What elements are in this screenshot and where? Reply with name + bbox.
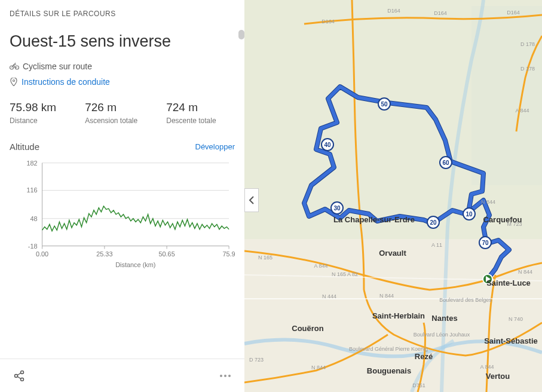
road-label: D164	[387, 8, 400, 14]
city-label: La Chapelle-sur-Erdre	[333, 215, 415, 224]
road-label: A 844	[480, 364, 494, 370]
svg-text:116: 116	[26, 186, 37, 194]
collapse-panel-button[interactable]	[244, 188, 259, 212]
stat-descent-label: Descente totale	[166, 117, 216, 125]
stat-distance: 75.98 km Distance	[10, 101, 56, 125]
road-label: A 844	[314, 263, 327, 269]
road-label: A 844	[515, 108, 529, 114]
svg-text:50.65: 50.65	[158, 250, 174, 258]
km-marker-40: 40	[321, 139, 333, 151]
svg-text:60: 60	[442, 160, 449, 166]
road-label: Boulevard des Belges	[439, 297, 492, 303]
road-label: N 165	[258, 255, 272, 261]
road-label: D 723	[249, 357, 264, 363]
km-marker-10: 10	[463, 208, 475, 220]
svg-point-25	[228, 375, 231, 377]
map[interactable]: 10203040506070 La Chapelle-sur-ErdreCarq…	[244, 0, 542, 392]
driving-instructions-link[interactable]: Instructions de conduite	[22, 77, 110, 87]
city-label: Saint-Herblain	[372, 311, 425, 320]
city-label: Bouguenais	[367, 366, 411, 375]
km-marker-60: 60	[440, 157, 452, 169]
city-label: Rezé	[415, 352, 433, 361]
road-label: N 740	[509, 316, 523, 322]
km-marker-30: 30	[331, 202, 343, 214]
stat-descent-value: 724 m	[166, 101, 216, 114]
road-label: Boulvard Léon Jouhaux	[414, 332, 470, 338]
svg-point-21	[15, 374, 18, 377]
road-label: N 165 A 82	[332, 271, 358, 277]
km-marker-20: 20	[427, 216, 439, 228]
svg-point-20	[21, 370, 24, 373]
road-label: D 178	[520, 66, 535, 72]
stats-row: 75.98 km Distance 726 m Ascension totale…	[10, 101, 235, 125]
svg-text:10: 10	[466, 211, 473, 218]
details-panel: DÉTAILS SUR LE PARCOURS Ouest-15 sens in…	[0, 0, 244, 392]
svg-text:0.00: 0.00	[36, 250, 48, 258]
route-title: Ouest-15 sens inverse	[10, 32, 235, 51]
road-label: D164	[507, 10, 520, 16]
stat-ascent-value: 726 m	[85, 101, 137, 114]
more-button[interactable]	[216, 366, 235, 385]
driving-instructions-row[interactable]: Instructions de conduite	[10, 77, 235, 87]
svg-text:182: 182	[26, 160, 37, 167]
expand-link[interactable]: Développer	[195, 142, 235, 151]
road-label: D164	[434, 10, 447, 16]
road-label: M 723	[507, 221, 522, 227]
road-label: D 178	[520, 41, 535, 47]
svg-text:70: 70	[482, 240, 489, 246]
city-label: Couëron	[292, 324, 324, 333]
svg-text:25.33: 25.33	[96, 250, 112, 258]
bike-icon	[10, 63, 19, 70]
panel-footer	[0, 359, 244, 392]
road-label: D751	[412, 382, 425, 388]
km-marker-50: 50	[378, 98, 390, 110]
road-label: N 844	[379, 293, 394, 299]
km-marker-70: 70	[479, 237, 491, 249]
city-label: Sainte-Luce	[486, 278, 531, 287]
svg-text:30: 30	[333, 205, 341, 212]
activity-type-label: Cyclisme sur route	[23, 62, 92, 71]
svg-text:20: 20	[430, 219, 437, 226]
city-label: Saint-Sébastie	[484, 336, 538, 345]
svg-text:40: 40	[324, 142, 331, 148]
activity-type-row: Cyclisme sur route	[10, 62, 235, 71]
svg-text:-18: -18	[28, 243, 38, 250]
altitude-chart[interactable]: -18481161820.0025.3350.6575.9Distance (k…	[10, 157, 235, 270]
stat-descent: 724 m Descente totale	[166, 101, 216, 125]
city-label: Nantes	[431, 314, 457, 323]
road-label: N 844	[518, 269, 532, 275]
road-label: A 11	[431, 242, 442, 248]
section-label: DÉTAILS SUR LE PARCOURS	[10, 10, 235, 18]
svg-text:50: 50	[381, 101, 388, 108]
city-label: Vertou	[486, 372, 510, 381]
svg-point-22	[21, 378, 24, 381]
road-label: D164	[321, 19, 335, 24]
svg-point-23	[220, 375, 222, 377]
road-label: N 844	[311, 365, 326, 370]
share-icon	[14, 370, 25, 381]
svg-text:48: 48	[30, 215, 37, 222]
svg-point-2	[13, 80, 15, 82]
stat-distance-label: Distance	[10, 117, 56, 125]
pin-icon	[10, 78, 18, 86]
scrollbar[interactable]	[238, 30, 244, 39]
svg-text:75.9: 75.9	[222, 250, 235, 258]
stat-ascent: 726 m Ascension totale	[85, 101, 137, 125]
road-label: Boulevard Général Pierre Koenig	[349, 346, 428, 352]
road-label: N 844	[481, 199, 495, 205]
chevron-left-icon	[249, 196, 255, 204]
road-label: N 444	[322, 293, 336, 299]
share-button[interactable]	[10, 366, 29, 385]
more-icon	[219, 374, 231, 378]
svg-text:Distance (km): Distance (km)	[115, 261, 155, 268]
stat-distance-value: 75.98 km	[10, 101, 56, 114]
stat-ascent-label: Ascension totale	[85, 117, 137, 125]
svg-point-24	[224, 375, 226, 377]
altitude-title: Altitude	[10, 142, 39, 152]
svg-rect-28	[471, 6, 542, 185]
city-label: Orvault	[379, 249, 406, 258]
